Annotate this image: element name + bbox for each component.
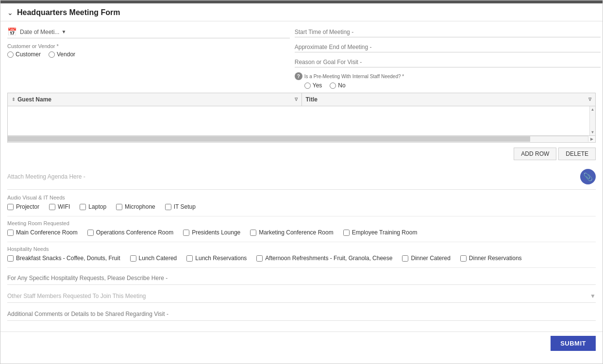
wifi-checkbox[interactable] [49, 204, 55, 210]
lunch-catered-checkbox-item[interactable]: Lunch Catered [130, 255, 177, 262]
employee-training-room-checkbox-item[interactable]: Employee Training Room [343, 229, 418, 236]
guest-table-footer: ▶ [8, 135, 595, 142]
main-conf-room-checkbox[interactable] [7, 230, 14, 236]
sort-icon-name[interactable]: ⇕ [12, 97, 16, 102]
start-time-input[interactable] [295, 27, 601, 37]
filter-icon-title[interactable]: ∇ [588, 97, 591, 102]
attach-icon[interactable]: 📎 [580, 169, 596, 184]
dinner-catered-label: Dinner Catered [411, 255, 450, 262]
lunch-reservations-label: Lunch Reservations [195, 255, 247, 262]
guest-name-col-header: ⇕ Guest Name ∇ [8, 93, 302, 106]
presidents-lounge-checkbox-item[interactable]: Presidents Lounge [183, 229, 240, 236]
right-section: ? Is a Pre-Meeting With Internal Staff N… [295, 27, 601, 89]
afternoon-refresh-checkbox-item[interactable]: Afternoon Refreshments - Fruit, Granola,… [256, 255, 392, 262]
horizontal-scrollbar[interactable] [8, 136, 588, 142]
form-header: ⌄ Headquarters Meeting Form [0, 3, 603, 21]
vendor-radio[interactable] [49, 51, 55, 58]
scrollbar-thumb [8, 136, 530, 142]
customer-vendor-group: Customer or Vendor * Customer Vendor [7, 43, 290, 58]
pre-meeting-label: Is a Pre-Meeting With Internal Staff Nee… [304, 74, 404, 79]
main-conf-room-checkbox-item[interactable]: Main Conference Room [7, 229, 78, 236]
add-row-button[interactable]: ADD ROW [514, 148, 556, 160]
additional-comments-input[interactable] [7, 308, 596, 321]
customer-radio[interactable] [7, 51, 14, 58]
specific-hospitality-input[interactable] [7, 272, 596, 285]
yes-radio[interactable] [304, 83, 311, 89]
hospitality-section: Hospitality Needs Breakfast Snacks - Cof… [7, 246, 596, 262]
breakfast-snacks-checkbox-item[interactable]: Breakfast Snacks - Coffee, Donuts, Fruit [7, 255, 120, 262]
meeting-room-section-header: Meeting Room Requested [7, 220, 596, 226]
marketing-conf-room-label: Marketing Conference Room [259, 229, 333, 236]
breakfast-snacks-label: Breakfast Snacks - Coffee, Donuts, Fruit [16, 255, 120, 262]
submit-bar: SUBMIT [0, 331, 603, 355]
laptop-checkbox[interactable] [80, 204, 86, 210]
dinner-catered-checkbox-item[interactable]: Dinner Catered [402, 255, 450, 262]
it-setup-label: IT Setup [174, 203, 196, 210]
approx-end-input[interactable] [295, 42, 601, 52]
reason-input[interactable] [295, 57, 601, 67]
marketing-conf-room-checkbox[interactable] [250, 230, 256, 236]
scroll-up-arrow[interactable]: ▲ [590, 106, 596, 113]
title-col-header: Title ∇ [302, 93, 596, 106]
operations-conf-room-checkbox[interactable] [87, 230, 94, 236]
yes-radio-item[interactable]: Yes [304, 82, 322, 89]
it-setup-checkbox-item[interactable]: IT Setup [165, 203, 196, 210]
projector-checkbox-item[interactable]: Projector [7, 203, 39, 210]
vertical-scrollbar[interactable]: ▲ ▼ [589, 106, 595, 135]
guest-table-body[interactable]: ▲ ▼ [8, 106, 595, 135]
page-wrapper: ⌄ Headquarters Meeting Form 📅 Date of Me… [0, 0, 603, 364]
calendar-icon: 📅 [7, 27, 17, 36]
wifi-checkbox-item[interactable]: WIFI [49, 203, 70, 210]
dinner-reservations-checkbox[interactable] [460, 255, 467, 262]
projector-label: Projector [16, 203, 39, 210]
form-title: Headquarters Meeting Form [17, 8, 120, 17]
it-setup-checkbox[interactable] [165, 204, 171, 210]
employee-training-room-label: Employee Training Room [352, 229, 418, 236]
employee-training-room-checkbox[interactable] [343, 230, 350, 236]
microphone-checkbox-item[interactable]: Microphone [116, 203, 155, 210]
scroll-down-arrow[interactable]: ▼ [590, 129, 596, 135]
av-section-header: Audio Visual & IT Needs [7, 195, 596, 200]
presidents-lounge-checkbox[interactable] [183, 230, 189, 236]
customer-radio-label: Customer [16, 51, 41, 58]
scroll-right-arrow[interactable]: ▶ [588, 136, 595, 142]
dinner-reservations-checkbox-item[interactable]: Dinner Reservations [460, 255, 522, 262]
top-section: 📅 Date of Meeti... ▼ Customer or Vendor … [7, 27, 596, 89]
pre-meeting-group: ? Is a Pre-Meeting With Internal Staff N… [295, 72, 601, 89]
question-icon: ? [295, 72, 302, 80]
lunch-reservations-checkbox-item[interactable]: Lunch Reservations [186, 255, 247, 262]
dinner-catered-checkbox[interactable] [402, 255, 408, 262]
vendor-radio-item[interactable]: Vendor [49, 51, 75, 58]
table-buttons: ADD ROW DELETE [7, 148, 596, 160]
date-field-group: 📅 Date of Meeti... ▼ [7, 27, 290, 38]
operations-conf-room-label: Operations Conference Room [96, 229, 173, 236]
hospitality-checkbox-group: Breakfast Snacks - Coffee, Donuts, Fruit… [7, 255, 596, 262]
hospitality-section-header: Hospitality Needs [7, 246, 596, 252]
operations-conf-room-checkbox-item[interactable]: Operations Conference Room [87, 229, 173, 236]
submit-button[interactable]: SUBMIT [551, 336, 596, 351]
presidents-lounge-label: Presidents Lounge [192, 229, 240, 236]
marketing-conf-room-checkbox-item[interactable]: Marketing Conference Room [250, 229, 333, 236]
lunch-catered-checkbox[interactable] [130, 255, 136, 262]
no-label: No [338, 82, 345, 89]
afternoon-refresh-label: Afternoon Refreshments - Fruit, Granola,… [265, 255, 392, 262]
date-field-wrapper[interactable]: 📅 Date of Meeti... ▼ [7, 27, 290, 38]
breakfast-snacks-checkbox[interactable] [7, 255, 14, 262]
staff-members-dropdown[interactable]: Other Staff Members Requested To Join Th… [7, 290, 596, 303]
delete-button[interactable]: DELETE [558, 148, 596, 160]
attach-label: Attach Meeting Agenda Here - [7, 173, 85, 180]
filter-icon-name[interactable]: ∇ [295, 97, 298, 102]
afternoon-refresh-checkbox[interactable] [256, 255, 263, 262]
microphone-checkbox[interactable] [116, 204, 122, 210]
laptop-checkbox-item[interactable]: Laptop [80, 203, 106, 210]
date-dropdown-arrow[interactable]: ▼ [61, 29, 66, 34]
microphone-label: Microphone [125, 203, 155, 210]
form-body: 📅 Date of Meeti... ▼ Customer or Vendor … [0, 21, 603, 331]
projector-checkbox[interactable] [7, 204, 14, 210]
staff-dropdown-arrow[interactable]: ▼ [590, 293, 596, 299]
lunch-reservations-checkbox[interactable] [186, 255, 193, 262]
no-radio-item[interactable]: No [330, 82, 345, 89]
no-radio[interactable] [330, 83, 336, 89]
guest-table-header: ⇕ Guest Name ∇ Title ∇ [8, 93, 595, 106]
customer-radio-item[interactable]: Customer [7, 51, 41, 58]
